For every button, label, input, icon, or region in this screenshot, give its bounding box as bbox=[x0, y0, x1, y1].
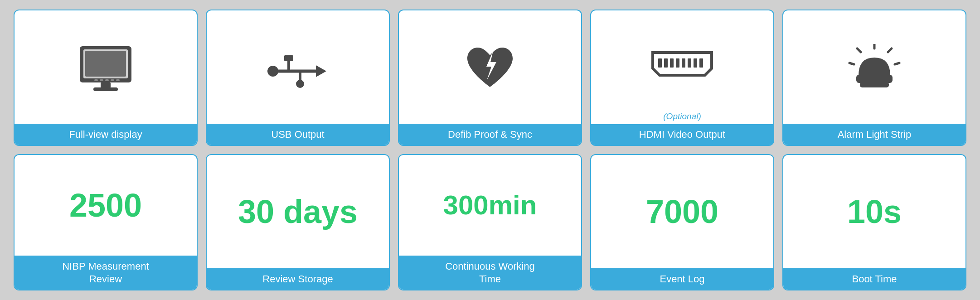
boot-time-value: 10s bbox=[847, 195, 902, 228]
card-label-review-storage: Review Storage bbox=[207, 268, 389, 290]
svg-rect-9 bbox=[116, 79, 120, 81]
card-label-full-view: Full-view display bbox=[15, 124, 197, 145]
svg-rect-14 bbox=[284, 55, 293, 61]
card-usb-output: USB Output bbox=[206, 10, 390, 146]
card-event-log: 7000 Event Log bbox=[590, 154, 774, 290]
card-label-nibp: NIBP Measurement Review bbox=[15, 256, 197, 290]
card-label-event-log: Event Log bbox=[591, 268, 773, 290]
svg-rect-5 bbox=[94, 79, 98, 81]
card-defib-proof: Defib Proof & Sync bbox=[398, 10, 582, 146]
svg-rect-19 bbox=[664, 58, 668, 68]
review-storage-value: 30 days bbox=[238, 195, 358, 228]
card-value-area: 10s bbox=[783, 155, 965, 268]
svg-rect-24 bbox=[694, 58, 697, 68]
card-icon-area bbox=[15, 10, 197, 124]
card-nibp: 2500 NIBP Measurement Review bbox=[14, 154, 198, 290]
hdmi-icon bbox=[596, 19, 769, 109]
svg-line-27 bbox=[888, 48, 892, 52]
card-label-alarm: Alarm Light Strip bbox=[783, 124, 965, 145]
svg-rect-25 bbox=[699, 58, 703, 68]
svg-rect-31 bbox=[856, 75, 893, 83]
svg-rect-8 bbox=[111, 79, 114, 81]
card-label-hdmi: HDMI Video Output bbox=[591, 124, 773, 145]
svg-rect-7 bbox=[105, 79, 109, 81]
card-boot-time: 10s Boot Time bbox=[782, 154, 966, 290]
svg-line-30 bbox=[849, 63, 854, 64]
svg-rect-3 bbox=[101, 82, 111, 88]
card-label-boot-time: Boot Time bbox=[783, 268, 965, 290]
card-review-storage: 30 days Review Storage bbox=[206, 154, 390, 290]
nibp-value: 2500 bbox=[69, 189, 142, 222]
monitor-icon bbox=[19, 19, 192, 119]
svg-rect-2 bbox=[85, 51, 126, 77]
event-log-value: 7000 bbox=[646, 195, 718, 228]
working-time-value: 300min bbox=[443, 192, 537, 219]
card-value-area: 2500 bbox=[15, 155, 197, 256]
page-wrapper: Full-view display bbox=[0, 0, 980, 300]
card-working-time: 300min Continuous Working Time bbox=[398, 154, 582, 290]
svg-line-29 bbox=[857, 48, 861, 52]
card-icon-area bbox=[591, 10, 773, 111]
svg-rect-18 bbox=[658, 58, 662, 68]
svg-line-28 bbox=[895, 63, 899, 64]
card-label-usb: USB Output bbox=[207, 124, 389, 145]
card-value-area: 7000 bbox=[591, 155, 773, 268]
alarm-light-icon bbox=[788, 19, 961, 119]
svg-rect-32 bbox=[860, 82, 889, 87]
svg-point-16 bbox=[296, 80, 304, 88]
card-value-area: 300min bbox=[399, 155, 581, 256]
svg-rect-6 bbox=[100, 79, 103, 81]
card-label-defib: Defib Proof & Sync bbox=[399, 124, 581, 145]
svg-point-11 bbox=[267, 66, 278, 77]
features-grid: Full-view display bbox=[14, 10, 966, 290]
svg-marker-12 bbox=[316, 65, 326, 77]
card-icon-area bbox=[783, 10, 965, 124]
svg-rect-22 bbox=[682, 58, 685, 68]
card-alarm-light: Alarm Light Strip bbox=[782, 10, 966, 146]
card-label-working-time: Continuous Working Time bbox=[399, 256, 581, 290]
heart-lightning-icon bbox=[403, 19, 577, 119]
usb-icon bbox=[211, 19, 384, 119]
svg-rect-20 bbox=[670, 58, 674, 68]
card-full-view-display: Full-view display bbox=[14, 10, 198, 146]
card-value-area: 30 days bbox=[207, 155, 389, 268]
optional-label: (Optional) bbox=[591, 111, 773, 124]
card-hdmi-output: (Optional) HDMI Video Output bbox=[590, 10, 774, 146]
card-icon-area bbox=[399, 10, 581, 124]
svg-rect-21 bbox=[676, 58, 679, 68]
card-icon-area bbox=[207, 10, 389, 124]
svg-rect-4 bbox=[93, 87, 118, 91]
svg-rect-23 bbox=[688, 58, 691, 68]
